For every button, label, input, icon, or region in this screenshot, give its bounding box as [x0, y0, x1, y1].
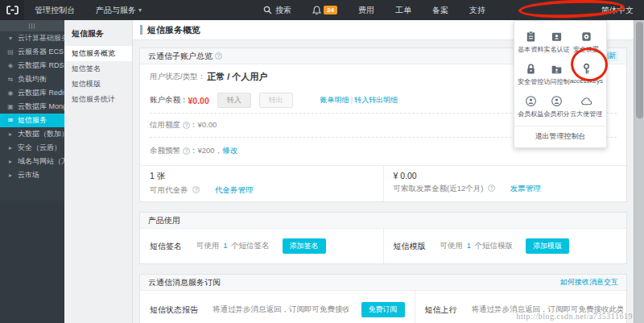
subnav-sms-statistics[interactable]: 短信服务统计 — [64, 92, 132, 107]
bill-detail-link[interactable]: 账单明细 — [320, 96, 349, 104]
transfer-detail-link[interactable]: 转入转出明细 — [354, 96, 398, 104]
sidebar-item-label: 短信服务 — [18, 115, 47, 126]
subnav-sms-signature[interactable]: 短信签名 — [64, 61, 132, 77]
subnav-sms-overview[interactable]: 短信服务概览 — [64, 46, 132, 61]
sidebar-item-label: 云服务器 ECS — [18, 47, 64, 57]
key-icon — [580, 63, 592, 75]
cloud-icon — [580, 95, 592, 107]
lock-icon — [525, 63, 537, 75]
sidebar-item-rds[interactable]: ◈ 云数据库 RDS 版 — [0, 59, 64, 72]
subscription-header: 云通信消息服务订阅 如何接收消息交互 — [140, 275, 626, 291]
sidebar-item-security[interactable]: ▸ 安全（云盾） — [0, 141, 64, 155]
sidebar-item-sms-active[interactable]: ✉ 短信服务 — [0, 114, 64, 127]
redis-icon: ◉ — [6, 89, 15, 97]
voucher-label: 可用代金券 — [150, 185, 188, 194]
chevron-right-icon: ▸ — [6, 172, 15, 179]
language-switch[interactable]: 简体中文 — [591, 0, 644, 20]
help-icon[interactable]: ? — [192, 186, 200, 193]
sidebar-item-label: 云数据库 RDS 版 — [18, 60, 64, 71]
database-icon: ◈ — [6, 62, 15, 69]
sidebar-item-slb[interactable]: ⇆ 负载均衡 — [0, 72, 64, 86]
sms-icon: ✉ — [6, 117, 15, 124]
page-title: 短信服务概览 — [147, 24, 200, 36]
sidebar-empty-area — [0, 201, 64, 323]
menu-item-security-control[interactable]: 安全管控 — [518, 59, 543, 91]
nav-ticket[interactable]: 工单 — [385, 0, 422, 20]
search-button[interactable]: 搜索 — [253, 0, 302, 20]
menu-item-member-benefits[interactable]: 会员权益 — [518, 91, 543, 123]
product-usage-header: 产品使用 — [140, 213, 626, 229]
voucher-count: 1 张 — [150, 171, 374, 182]
nav-beian[interactable]: 备案 — [422, 0, 459, 20]
notifications-button[interactable]: 24 — [302, 0, 348, 20]
mongodb-icon: ▣ — [6, 103, 15, 110]
menu-item-member-points[interactable]: 会员积分 — [543, 91, 569, 123]
menu-item-basic-profile[interactable]: 基本资料 — [518, 27, 543, 59]
menu-item-security-settings[interactable]: 安全设置 — [570, 27, 603, 59]
console-home-label: 管理控制台 — [35, 5, 75, 16]
sidebar-item-mongodb[interactable]: ▣ 云数据库 MongoDB 版 — [0, 100, 64, 114]
browser-scrollbar[interactable] — [634, 20, 644, 323]
chevron-right-icon: ▸ — [6, 130, 15, 138]
menu-item-label: accesskeys — [570, 77, 603, 85]
member-points-circle-icon — [551, 95, 563, 107]
account-menu-trigger-redacted[interactable] — [496, 0, 591, 20]
sidebar-collapse-handle[interactable]: ||| — [0, 20, 64, 31]
menu-item-cloud-ambassador[interactable]: 云大使管理 — [570, 91, 603, 123]
csdn-watermark: http://blog.csdn.net/a735311619 — [516, 312, 633, 321]
sidebar-item-ecs[interactable]: ▤ 云服务器 ECS — [0, 45, 64, 59]
usage-suffix: 个短信模版 — [475, 241, 514, 250]
sidebar-group-cloud-basic[interactable]: ▾ 云计算基础服务 — [0, 31, 64, 45]
console-home-link[interactable]: 管理控制台 — [24, 0, 85, 20]
menu-item-label: 会员权益 — [518, 110, 543, 118]
products-services-menu[interactable]: 产品与服务 ▾ — [85, 0, 152, 20]
voucher-block: 1 张 可用代金券 ? 代金券管理 — [140, 166, 383, 201]
voucher-manage-link[interactable]: 代金券管理 — [215, 185, 254, 194]
invoice-label: 可索取发票金额(近12个月) — [394, 184, 484, 193]
sidebar-item-domains[interactable]: ▸ 域名与网站（万网） — [0, 155, 64, 168]
help-icon[interactable]: ? — [488, 184, 495, 192]
access-control-folder-icon — [551, 63, 563, 75]
subnav-sms-template[interactable]: 短信模版 — [64, 77, 132, 92]
sidebar-item-marketplace[interactable]: ▸ 云市场 — [0, 168, 64, 182]
subscribe-report-button[interactable]: 免费订阅 — [361, 302, 405, 317]
nav-support[interactable]: 支持 — [459, 0, 496, 20]
chevron-down-icon: ▾ — [138, 6, 142, 14]
menu-item-label: 基本资料 — [518, 45, 543, 54]
help-icon[interactable]: ? — [215, 52, 222, 60]
sms-report-block: 短信状态报告 将通过异步消息返回，订阅即可免费接收此类消息。 免费订阅 — [140, 291, 415, 323]
menu-item-real-name-auth[interactable]: 实名认证 — [543, 27, 569, 59]
help-icon[interactable]: ? — [183, 147, 190, 155]
sms-uplink-label: 短信上行 — [425, 304, 457, 316]
nav-support-label: 支持 — [469, 5, 485, 16]
nav-fee[interactable]: 费用 — [348, 0, 385, 20]
products-services-label: 产品与服务 — [96, 5, 136, 16]
help-icon[interactable]: ? — [183, 122, 190, 129]
sidebar-item-bigdata[interactable]: ▸ 大数据（数加） — [0, 127, 64, 141]
usage-suffix: 个短信签名 — [231, 241, 270, 250]
topbar: 管理控制台 产品与服务 ▾ 搜索 24 费用 工单 备案 支持 简体中文 — [0, 0, 644, 20]
menu-item-accesskeys[interactable]: accesskeys — [570, 59, 603, 91]
sidebar-group-label: 云计算基础服务 — [18, 33, 64, 43]
add-template-button[interactable]: 添加模版 — [526, 238, 569, 254]
usage-prefix: 可使用 — [440, 241, 464, 250]
credit-label: 信用额度 — [150, 120, 180, 130]
transfer-out-button[interactable]: 转出 — [259, 93, 293, 108]
transfer-in-button[interactable]: 转入 — [217, 93, 251, 108]
template-count: 1 — [465, 241, 473, 250]
menu-item-label: 实名认证 — [543, 45, 569, 54]
invoice-manage-link[interactable]: 发票管理 — [510, 184, 541, 193]
how-to-receive-link[interactable]: 如何接收消息交互 — [560, 277, 618, 288]
sms-template-label: 短信模版 — [394, 241, 426, 252]
add-signature-button[interactable]: 添加签名 — [283, 238, 326, 254]
member-person-circle-icon — [525, 95, 537, 107]
aliyun-logo[interactable] — [0, 0, 24, 20]
secondary-sidebar-title: 短信服务 — [64, 20, 132, 46]
scrollbar-thumb[interactable] — [636, 22, 643, 118]
menu-item-access-control[interactable]: 访问控制 — [543, 59, 569, 91]
sidebar-item-redis[interactable]: ◉ 云数据库 Redis 版 — [0, 86, 64, 100]
modify-warning-link[interactable]: 修改 — [222, 146, 237, 156]
logout-console-button[interactable]: 退出管理控制台 — [514, 126, 606, 147]
balance-warning-value: ：¥200， — [190, 146, 222, 156]
user-status-label: 用户状态/类型： — [150, 72, 205, 82]
